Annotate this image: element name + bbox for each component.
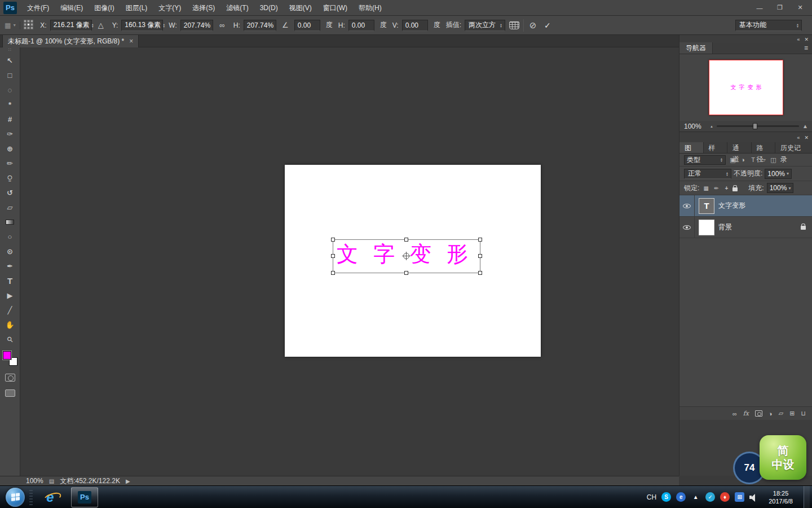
quick-mask-button[interactable] xyxy=(5,374,15,382)
foreground-color-swatch[interactable] xyxy=(3,351,11,360)
link-dimensions-icon[interactable]: ∞ xyxy=(217,20,228,31)
layer-row-background[interactable]: 背景 xyxy=(679,217,812,238)
filter-smart-objects-icon[interactable]: ◫ xyxy=(769,156,778,164)
hskew-field[interactable]: 0.00 xyxy=(348,20,374,31)
lock-position-icon[interactable]: + xyxy=(722,185,730,191)
quick-selection-tool[interactable]: * xyxy=(2,97,19,112)
transform-handle[interactable] xyxy=(478,238,482,242)
navigator-view-box[interactable] xyxy=(709,60,783,115)
tool-preset-picker[interactable]: ▦ ▼ xyxy=(5,21,20,29)
minimize-button[interactable]: — xyxy=(752,5,767,11)
tab-layers[interactable]: 图层 xyxy=(679,142,704,153)
transform-handle[interactable] xyxy=(331,238,335,242)
warp-mode-toggle[interactable] xyxy=(509,20,520,31)
stepper-icon[interactable]: ▲▼ xyxy=(90,23,94,28)
volume-icon[interactable] xyxy=(749,493,758,501)
document-tab[interactable]: 未标题-1 @ 100% (文字变形, RGB/8) * × xyxy=(2,35,139,47)
ie-taskbar-button[interactable]: e xyxy=(38,487,62,508)
hand-tool[interactable]: ✋ xyxy=(2,317,19,332)
clone-stamp-tool[interactable]: ⍜ xyxy=(2,170,19,185)
lock-all-icon[interactable] xyxy=(732,187,738,191)
transform-handle[interactable] xyxy=(478,254,482,258)
delete-layer-icon[interactable]: ⊔ xyxy=(801,410,806,417)
zoom-out-icon[interactable]: ▲ xyxy=(710,125,713,128)
antivirus-tray-icon[interactable]: ♦ xyxy=(720,492,730,502)
width-scale-field[interactable]: 207.74% xyxy=(180,20,213,31)
zoom-slider-thumb[interactable] xyxy=(753,123,757,129)
security-tray-icon[interactable]: ✓ xyxy=(705,492,715,502)
rotation-field[interactable]: 0.00 xyxy=(294,20,320,31)
tab-paths[interactable]: 路径 xyxy=(752,142,776,153)
path-selection-tool[interactable]: ▶ xyxy=(2,288,19,303)
maximize-button[interactable]: ❐ xyxy=(773,4,787,11)
navigator-zoom-value[interactable]: 100% xyxy=(684,122,707,130)
menu-item[interactable]: 文字(Y) xyxy=(153,0,187,16)
menu-item[interactable]: 滤镜(T) xyxy=(220,0,254,16)
skype-tray-icon[interactable]: S xyxy=(661,492,671,502)
eraser-tool[interactable]: ▱ xyxy=(2,200,19,214)
menu-item[interactable]: 窗口(W) xyxy=(317,0,353,16)
zoom-in-icon[interactable]: ▲ xyxy=(802,123,808,129)
height-scale-field[interactable]: 207.74% xyxy=(244,20,276,31)
type-tool[interactable]: T xyxy=(2,273,19,288)
filter-kind-select[interactable]: 类型 ▲▼ xyxy=(684,155,726,165)
layer-name[interactable]: 背景 xyxy=(718,222,732,232)
x-position-field[interactable]: 216.21 像素▲▼ xyxy=(50,20,92,31)
link-layers-icon[interactable]: ∞ xyxy=(732,410,737,417)
collapse-panels-icon[interactable]: « xyxy=(797,37,800,42)
transform-handle[interactable] xyxy=(404,271,408,275)
zoom-slider[interactable] xyxy=(717,125,799,127)
menu-item[interactable]: 视图(V) xyxy=(284,0,317,16)
panel-menu-icon[interactable]: ≡ xyxy=(804,42,808,54)
move-tool[interactable]: ↖ xyxy=(2,53,19,68)
visibility-cell[interactable] xyxy=(679,217,695,238)
opacity-field[interactable]: 100% ▾ xyxy=(765,169,792,179)
transform-handle[interactable] xyxy=(478,271,482,275)
app-tray-icon[interactable]: e xyxy=(676,492,686,502)
new-layer-icon[interactable]: ⊞ xyxy=(789,410,795,417)
taskbar-clock[interactable]: 18:25 2017/6/8 xyxy=(763,489,798,505)
screen-mode-button[interactable] xyxy=(5,389,15,397)
photoshop-taskbar-button[interactable]: Ps xyxy=(71,487,98,507)
eyedropper-tool[interactable]: ✑ xyxy=(2,126,19,141)
cancel-transform-button[interactable]: ⊘ xyxy=(527,20,539,31)
reference-point-marker[interactable] xyxy=(403,253,409,259)
pen-tool[interactable]: ✒ xyxy=(2,259,19,273)
marquee-tool[interactable]: □ xyxy=(2,68,19,82)
text-layer-thumbnail[interactable]: T xyxy=(699,198,714,214)
stepper-icon[interactable]: ▲▼ xyxy=(161,23,165,28)
navigator-thumbnail[interactable]: 文字变形 xyxy=(709,60,783,115)
transform-handle[interactable] xyxy=(404,238,408,242)
tab-close-icon[interactable]: × xyxy=(129,37,133,45)
workspace-switcher[interactable]: 基本功能▲▼ xyxy=(735,20,802,31)
lasso-tool[interactable]: ◌ xyxy=(2,82,19,97)
menu-item[interactable]: 文件(F) xyxy=(21,0,55,16)
filter-adjustment-layers-icon[interactable]: ◑ xyxy=(739,156,747,164)
transform-handle[interactable] xyxy=(331,254,335,258)
gradient-tool[interactable] xyxy=(2,214,19,229)
menu-item[interactable]: 图层(L) xyxy=(120,0,153,16)
line-tool[interactable]: ╱ xyxy=(2,303,19,317)
menu-item[interactable]: 3D(D) xyxy=(254,0,284,16)
blend-mode-select[interactable]: 正常 ▲▼ xyxy=(684,169,731,179)
relative-position-toggle[interactable]: △ xyxy=(95,20,107,31)
blur-tool[interactable]: ○ xyxy=(2,229,19,244)
close-panel-icon[interactable]: ✕ xyxy=(804,135,809,141)
filter-shape-layers-icon[interactable]: ▱ xyxy=(759,156,767,164)
filter-type-layers-icon[interactable]: T xyxy=(749,156,757,164)
language-indicator[interactable]: CH xyxy=(647,493,656,501)
close-button[interactable]: ✕ xyxy=(793,4,807,11)
status-expand-icon[interactable]: ▶ xyxy=(126,478,130,484)
transform-bounding-box[interactable] xyxy=(333,239,480,273)
tab-navigator[interactable]: 导航器 xyxy=(679,42,713,54)
vskew-field[interactable]: 0.00 xyxy=(402,20,428,31)
adjustment-layer-icon[interactable]: ◑ xyxy=(769,410,773,417)
menu-item[interactable]: 选择(S) xyxy=(187,0,220,16)
lock-transparency-icon[interactable]: ▦ xyxy=(702,185,710,191)
show-hidden-icons[interactable]: ▲ xyxy=(691,492,700,502)
toolbar-grip-icon[interactable]: ∷ xyxy=(8,47,11,53)
transform-handle[interactable] xyxy=(331,271,335,275)
zoom-tool[interactable]: ⚲ xyxy=(2,332,19,347)
lock-pixels-icon[interactable]: ✏ xyxy=(712,185,720,191)
add-layer-mask-icon[interactable] xyxy=(755,410,762,417)
